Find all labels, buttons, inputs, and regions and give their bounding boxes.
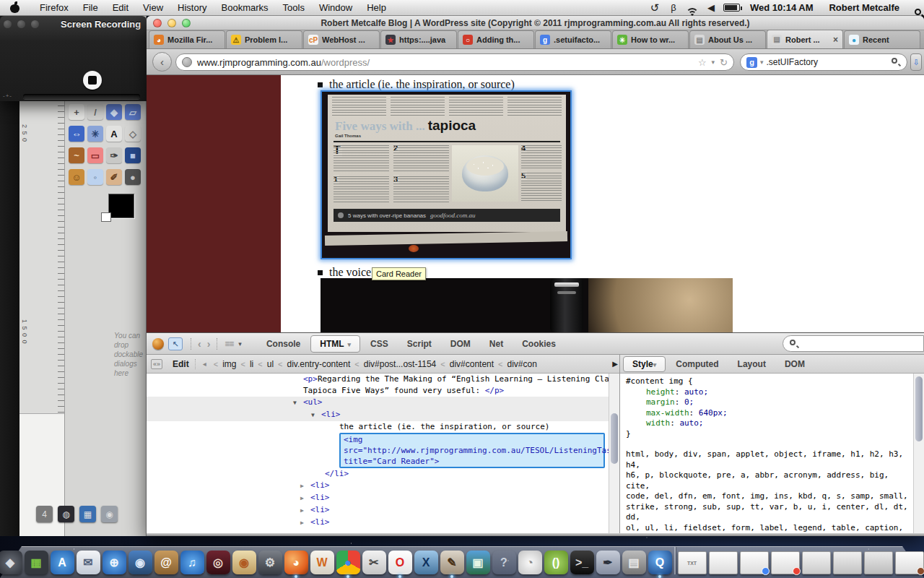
twisty-open-icon[interactable]: ▼ (311, 410, 321, 421)
panel-list-icon[interactable]: ≡≡ (221, 339, 237, 349)
browser-tab-how-to-wr[interactable]: ✳ How to wr... (612, 30, 689, 48)
gimp-tool-icon[interactable]: ⇔ (69, 126, 84, 142)
style-panel-tab-style[interactable]: Style▾ (623, 356, 666, 372)
dock-item-app-store[interactable]: A (51, 551, 74, 574)
gimp-tool-icon[interactable]: ✐ (106, 169, 122, 185)
twisty-closed-icon[interactable]: ▶ (300, 505, 310, 517)
html-node-li[interactable]: ▼<li> (147, 409, 609, 421)
firefox-titlebar[interactable]: Robert Metcalfe Blog | A WordPress site … (147, 16, 924, 30)
nav-back-icon[interactable]: ‹ (195, 338, 204, 350)
browser-tab-about-us[interactable]: ▤ About Us ... (689, 30, 766, 48)
dock-item-remote-screens[interactable]: ▣ (466, 551, 490, 574)
gimp-tool-icon[interactable]: + (69, 104, 84, 120)
css-property-line[interactable]: margin: 0; (626, 397, 913, 408)
breadcrumb-overflow-left-icon[interactable]: ◂ (200, 360, 209, 368)
dock-item-xcode[interactable]: X (414, 551, 438, 574)
html-node-li-collapsed[interactable]: ▶<li> (147, 517, 609, 529)
breadcrumb-item-img[interactable]: <img (209, 359, 237, 369)
menu-item-window[interactable]: Window (312, 0, 359, 16)
menu-item-help[interactable]: Help (359, 0, 393, 16)
scrollbar-thumb[interactable] (915, 376, 923, 441)
breadcrumb-item-ul[interactable]: <ul (253, 359, 274, 369)
twisty-closed-icon[interactable]: ▶ (300, 517, 310, 529)
style-panel-tab-dom[interactable]: DOM (776, 357, 814, 371)
menu-item-tools[interactable]: Tools (276, 0, 312, 16)
dock-item-minimized-window[interactable] (833, 551, 862, 574)
firebug-tab-script[interactable]: Script (398, 336, 440, 352)
firebug-tab-css[interactable]: CSS (362, 336, 397, 352)
dock-item-minimized-window[interactable] (740, 551, 769, 574)
dock-item-chrome[interactable]: ● (336, 551, 360, 574)
search-bar[interactable]: g ▾ .setUIFactory (740, 53, 907, 71)
gimp-tool-icon[interactable]: ✑ (106, 147, 122, 163)
dock-item-minimized-window[interactable] (864, 551, 893, 574)
site-identity-icon[interactable] (182, 57, 192, 67)
mini-icon[interactable]: ▦ (79, 506, 96, 522)
twisty-open-icon[interactable]: ▼ (293, 397, 303, 409)
battery-icon[interactable] (723, 4, 740, 12)
gimp-tool-icon[interactable]: ✳ (87, 126, 103, 142)
dock-item-gimp[interactable]: ✎ (440, 551, 464, 574)
menu-clock[interactable]: Wed 10:14 AM (743, 2, 820, 13)
google-search-icon[interactable]: g (746, 57, 757, 68)
firebug-tab-cookies[interactable]: Cookies (513, 336, 565, 352)
voice-recorder-image[interactable] (321, 278, 733, 332)
dock-item-minimized-window[interactable] (771, 551, 800, 574)
dock-item-disc-app[interactable]: ◔ (518, 551, 542, 574)
toolbar-dropdown-icon[interactable]: ▾ (237, 340, 248, 348)
dock-item-help[interactable]: ? (492, 551, 516, 574)
gimp-tool-icon[interactable]: ● (125, 169, 141, 185)
back-button[interactable]: ‹ (152, 52, 172, 72)
menu-item-file[interactable]: File (76, 0, 105, 16)
gimp-tool-icon[interactable]: ■ (125, 147, 141, 163)
browser-tab-webhost[interactable]: cP WebHost ... (303, 30, 380, 48)
browser-tab-mozilla-fir[interactable]: ◕ Mozilla Fir... (149, 30, 225, 48)
css-property-line[interactable]: height: auto; (626, 387, 913, 398)
dock-item-launchpad[interactable]: ◆ (0, 551, 22, 574)
menu-item-history[interactable]: History (170, 0, 214, 16)
gimp-tool-icon[interactable]: ◦ (87, 169, 103, 185)
dock-item-quicktime[interactable]: Q (648, 551, 672, 574)
search-go-icon[interactable] (891, 57, 901, 67)
tab-close-icon[interactable]: × (833, 35, 838, 45)
firebug-tab-html[interactable]: HTML▾ (310, 335, 360, 353)
inspect-element-icon[interactable]: ↖ (168, 337, 183, 350)
browser-tab-setuifacto[interactable]: g .setuifacto... (535, 30, 611, 48)
dock-item-mail[interactable]: ✉ (77, 551, 100, 574)
search-engine-dropdown-icon[interactable]: ▾ (760, 59, 764, 66)
dock-item-opera[interactable]: O (388, 551, 412, 574)
gimp-tool-icon[interactable]: ◆ (106, 104, 122, 120)
firebug-tab-console[interactable]: Console (258, 336, 309, 352)
browser-tab-problem-l[interactable]: ⚠ Problem l... (226, 30, 302, 48)
html-node-li-collapsed[interactable]: ▶<li> (147, 492, 609, 504)
html-node-li-close[interactable]: </li> (147, 468, 609, 480)
dock-item-minimized-window[interactable] (895, 551, 924, 574)
firebug-bug-icon[interactable] (152, 338, 164, 350)
dock-item-facetime[interactable]: ◉ (128, 551, 152, 574)
css-panel-scrollbar[interactable] (913, 374, 924, 533)
tapioca-article-image[interactable]: Five ways with ... tapioca Gail Thomas T… (321, 90, 572, 259)
mini-icon[interactable]: ◍ (58, 506, 74, 522)
download-button[interactable]: ⇩ (910, 53, 922, 71)
twisty-closed-icon[interactable]: ▶ (300, 493, 310, 504)
nav-forward-icon[interactable]: › (204, 338, 214, 350)
menu-item-firefox[interactable]: Firefox (32, 0, 76, 16)
dock-item-divider[interactable] (674, 547, 676, 574)
selected-img-node[interactable]: <img src="http://www.rjmprogramming.com.… (339, 433, 605, 468)
dock-item-word[interactable]: W (310, 551, 334, 574)
bookmark-star-icon[interactable]: ☆ (698, 57, 707, 68)
menu-item-edit[interactable]: Edit (105, 0, 136, 16)
apple-menu-icon[interactable] (10, 3, 19, 13)
firebug-search-box[interactable] (783, 335, 924, 352)
firebug-tab-net[interactable]: Net (481, 336, 512, 352)
browser-tab-https-java[interactable]: ★ https:....java (380, 30, 457, 48)
twisty-closed-icon[interactable]: ▶ (300, 480, 310, 492)
foreground-color-swatch[interactable] (108, 194, 134, 218)
breadcrumb-item-div-entry-content[interactable]: <div.entry-content (274, 359, 350, 369)
html-text-node[interactable]: the article (ie. the inspiration, or sou… (147, 421, 609, 433)
window-button[interactable] (17, 20, 25, 28)
breadcrumb-item-div-content[interactable]: <div#content (436, 359, 494, 369)
style-panel-tab-computed[interactable]: Computed (667, 357, 727, 371)
bluetooth-icon[interactable]: β (664, 2, 683, 13)
search-input-value[interactable]: .setUIFactory (767, 57, 888, 67)
